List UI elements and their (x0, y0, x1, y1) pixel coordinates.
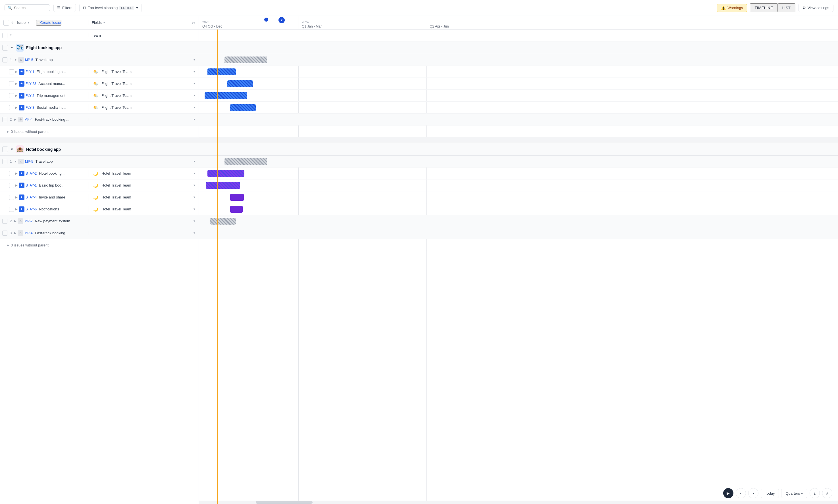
row-checkbox[interactable] (2, 117, 7, 122)
gantt-bar[interactable] (230, 206, 243, 213)
chevron-down-icon[interactable]: ▾ (193, 94, 195, 97)
no-parent-toggle[interactable]: ▶ (7, 244, 9, 247)
expand-arrow[interactable]: ▶ (14, 231, 17, 235)
chevron-down-icon[interactable]: ▾ (193, 195, 195, 199)
chevron-down-icon[interactable]: ▾ (193, 160, 195, 163)
gantt-bar[interactable] (210, 218, 236, 224)
issue-id[interactable]: STAY-6 (25, 207, 37, 211)
issue-id[interactable]: MP-5 (25, 160, 33, 164)
group-toggle-hotel[interactable]: ▼ (10, 147, 14, 151)
view-settings-button[interactable]: ⚙ View settings (798, 4, 834, 12)
expand-arrow[interactable]: ▶ (15, 70, 18, 73)
row-checkbox[interactable] (2, 219, 7, 224)
expand-arrow[interactable]: ▶ (15, 196, 18, 199)
row-checkbox[interactable] (9, 171, 14, 176)
today-button[interactable]: Today (761, 489, 779, 498)
gantt-bar[interactable] (227, 80, 253, 87)
row-checkbox[interactable] (9, 105, 14, 110)
gantt-bar[interactable] (205, 92, 247, 99)
chevron-down-icon[interactable]: ▾ (193, 207, 195, 211)
row-checkbox[interactable] (9, 195, 14, 200)
no-parent-row-hotel[interactable]: ▶ 0 issues without parent (0, 239, 199, 251)
gantt-bar[interactable] (207, 68, 236, 75)
scroll-left-button[interactable]: ‹ (736, 488, 746, 498)
gantt-bar[interactable] (230, 104, 256, 111)
chevron-down-icon[interactable]: ▾ (193, 172, 195, 175)
chevron-down-icon[interactable]: ▾ (193, 58, 195, 61)
search-input[interactable] (14, 6, 45, 10)
issue-id[interactable]: FLY-1 (25, 70, 34, 74)
planning-button[interactable]: ⊟ Top-level planning EDITED ▾ (79, 4, 141, 12)
row-num: 3 (8, 231, 13, 235)
gantt-bar[interactable] (230, 194, 244, 201)
gantt-scrollbar-thumb[interactable] (256, 501, 313, 504)
warning-icon: ⚠️ (721, 6, 726, 10)
gantt-bar[interactable] (225, 158, 267, 165)
expand-arrow[interactable]: ▶ (15, 82, 18, 85)
group-checkbox-flight[interactable] (2, 45, 8, 51)
filters-button[interactable]: ☰ Filters (53, 4, 76, 12)
issue-id[interactable]: MP-2 (24, 219, 33, 223)
no-parent-row[interactable]: ▶ 0 issues without parent (0, 126, 199, 138)
row-checkbox[interactable] (2, 231, 7, 236)
row-checkbox[interactable] (9, 93, 14, 98)
fullscreen-button[interactable]: ⤢ (822, 488, 832, 498)
table-row: ▶ ★ STAY-1 Basic trip boo... 🌙 Hotel Tra… (0, 179, 199, 192)
chevron-down-icon[interactable]: ▾ (193, 70, 195, 74)
gantt-bar[interactable] (207, 170, 244, 177)
expand-arrow[interactable]: ▶ (15, 172, 18, 175)
warnings-button[interactable]: ⚠️ Warnings (717, 4, 747, 12)
resize-handle[interactable]: ⇔ (192, 20, 195, 25)
issue-id[interactable]: FLY-3 (25, 106, 34, 110)
select-all-checkbox[interactable] (3, 20, 9, 25)
chevron-down-icon[interactable]: ▾ (193, 82, 195, 86)
expand-arrow[interactable]: ▶ (15, 184, 18, 187)
expand-arrow[interactable]: ▶ (14, 118, 17, 121)
row-checkbox[interactable] (9, 183, 14, 188)
tab-list[interactable]: LIST (778, 3, 796, 12)
row-checkbox[interactable] (2, 159, 7, 164)
expand-arrow[interactable]: ▶ (15, 106, 18, 109)
chevron-down-icon[interactable]: ▾ (193, 219, 195, 223)
expand-arrow[interactable]: ▶ (15, 208, 18, 211)
issue-id[interactable]: MP-5 (25, 58, 33, 62)
tab-timeline[interactable]: TIMELINE (750, 3, 778, 12)
story-icon: ★ (19, 195, 24, 200)
create-issue-button[interactable]: + Create issue (36, 20, 62, 25)
issue-id[interactable]: MP-4 (24, 118, 33, 122)
search-box[interactable]: 🔍 (4, 4, 50, 11)
issue-id[interactable]: FLY-28 (25, 82, 36, 86)
row-checkbox[interactable] (9, 69, 14, 74)
gantt-scrollbar[interactable] (199, 501, 838, 504)
chevron-down-icon[interactable]: ▾ (193, 183, 195, 187)
issue-id[interactable]: FLY-2 (25, 94, 34, 98)
gantt-bar[interactable] (206, 182, 240, 189)
row-checkbox[interactable] (9, 207, 14, 212)
group-toggle-flight[interactable]: ▼ (10, 46, 14, 50)
expand-arrow[interactable]: ▼ (14, 58, 17, 61)
chevron-down-icon[interactable]: ▾ (193, 231, 195, 235)
scroll-right-dark-button[interactable]: ▶ (723, 488, 733, 498)
gantt-subheader-row (199, 30, 838, 41)
issue-id[interactable]: MP-4 (24, 231, 33, 235)
scroll-right-button[interactable]: › (748, 488, 758, 498)
gantt-bar[interactable] (225, 56, 267, 63)
group-checkbox-hotel[interactable] (2, 146, 8, 152)
row-checkbox[interactable] (2, 33, 7, 38)
gantt-body: ▶ ‹ › Today Quarters ▾ ℹ ⤢ (199, 30, 838, 504)
row-checkbox[interactable] (9, 81, 14, 86)
expand-arrow[interactable]: ▼ (14, 160, 17, 163)
row-checkbox[interactable] (2, 57, 7, 62)
quarters-button[interactable]: Quarters ▾ (781, 489, 807, 498)
table-row: ▶ ★ FLY-28 Account mana... 🌤️ Flight Tra… (0, 78, 199, 90)
chevron-down-icon[interactable]: ▾ (193, 118, 195, 121)
issue-title: Flight booking a... (37, 70, 66, 74)
no-parent-toggle[interactable]: ▶ (7, 130, 9, 133)
expand-arrow[interactable]: ▶ (14, 219, 17, 222)
info-button[interactable]: ℹ (809, 488, 820, 498)
chevron-down-icon[interactable]: ▾ (193, 106, 195, 109)
expand-arrow[interactable]: ▶ (15, 94, 18, 97)
issue-id[interactable]: STAY-1 (25, 183, 37, 187)
issue-id[interactable]: STAY-2 (25, 172, 37, 176)
issue-id[interactable]: STAY-4 (25, 195, 37, 199)
